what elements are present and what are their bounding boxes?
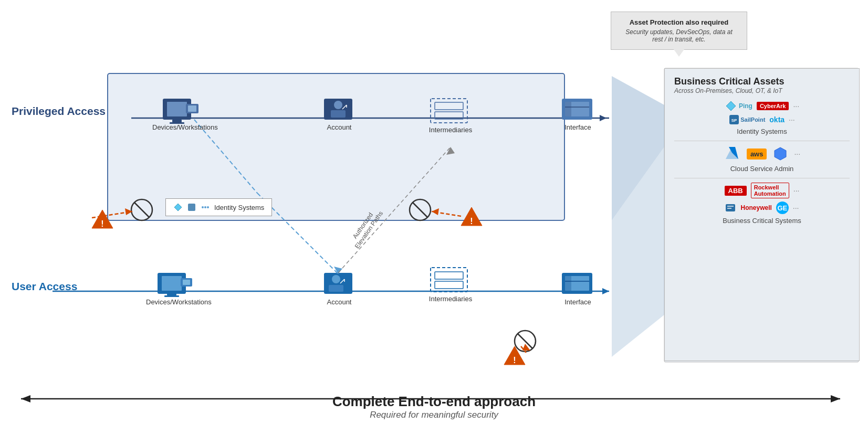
bca-identity-label: Identity Systems — [674, 128, 850, 135]
svg-text:SP: SP — [731, 118, 737, 123]
bca-systems-section: ABB RockwellAutomation ··· Honeywell GE … — [674, 183, 850, 225]
svg-rect-10 — [188, 105, 196, 112]
svg-rect-31 — [167, 293, 176, 295]
priv-intermediaries-label: Intermediaries — [424, 126, 477, 134]
priv-devices-label: Devices/Workstations — [152, 123, 205, 131]
bca-identity-section: Ping CyberArk ··· SP SailPoint okta ··· … — [674, 100, 850, 135]
bca-subtitle: Across On-Premises, Cloud, OT, & IoT — [674, 87, 850, 94]
priv-interface-label: Interface — [558, 123, 598, 131]
svg-marker-28 — [602, 288, 609, 294]
callout-subtitle: Security updates, DevSecOps, data at res… — [620, 28, 738, 43]
svg-rect-34 — [183, 280, 190, 285]
svg-rect-42 — [435, 281, 463, 289]
bottom-subtitle: Required for meaningful security — [0, 410, 868, 420]
svg-point-79 — [204, 206, 206, 208]
user-account-label: Account — [323, 298, 355, 306]
svg-point-12 — [334, 101, 342, 109]
svg-text:!: ! — [101, 219, 103, 228]
svg-rect-77 — [188, 204, 195, 211]
identity-systems-popup: Identity Systems — [165, 198, 272, 216]
svg-rect-40 — [431, 268, 467, 292]
svg-rect-37 — [329, 285, 343, 292]
user-intermediaries-label: Intermediaries — [424, 295, 477, 303]
svg-rect-13 — [331, 110, 346, 118]
user-interface-label: Interface — [558, 298, 598, 306]
svg-rect-32 — [164, 295, 179, 297]
bca-cloud-label: Cloud Service Admin — [674, 165, 850, 173]
svg-rect-30 — [162, 276, 182, 291]
svg-marker-26 — [600, 115, 606, 121]
svg-rect-22 — [565, 102, 571, 116]
bca-systems-label: Business Critical Systems — [674, 217, 850, 225]
user-devices-label: Devices/Workstations — [146, 298, 204, 306]
privileged-access-label: Privileged Access — [12, 105, 106, 118]
svg-marker-86 — [775, 147, 786, 160]
svg-marker-81 — [726, 101, 736, 111]
user-access-label: User Access — [12, 280, 77, 293]
bca-cloud-section: aws ··· Cloud Service Admin — [674, 145, 850, 173]
svg-text:!: ! — [513, 356, 516, 365]
svg-rect-41 — [435, 272, 463, 279]
callout-title: Asset Protection also required — [620, 18, 738, 26]
svg-point-36 — [332, 275, 340, 283]
svg-point-80 — [207, 206, 209, 208]
svg-rect-46 — [565, 276, 571, 291]
svg-rect-7 — [172, 120, 182, 122]
svg-rect-89 — [727, 206, 734, 207]
bca-title: Business Critical Assets — [674, 76, 850, 87]
svg-rect-6 — [167, 102, 187, 116]
svg-rect-90 — [727, 208, 731, 209]
bottom-section: Complete End-to-end approach Required fo… — [0, 394, 868, 420]
asset-protection-callout: Asset Protection also required Security … — [611, 12, 747, 50]
svg-text:!: ! — [470, 217, 473, 226]
priv-account-label: Account — [323, 123, 355, 131]
svg-point-78 — [202, 206, 204, 208]
bottom-title: Complete End-to-end approach — [0, 394, 868, 410]
svg-marker-76 — [174, 204, 182, 211]
bca-panel: Business Critical Assets Across On-Premi… — [664, 68, 860, 361]
